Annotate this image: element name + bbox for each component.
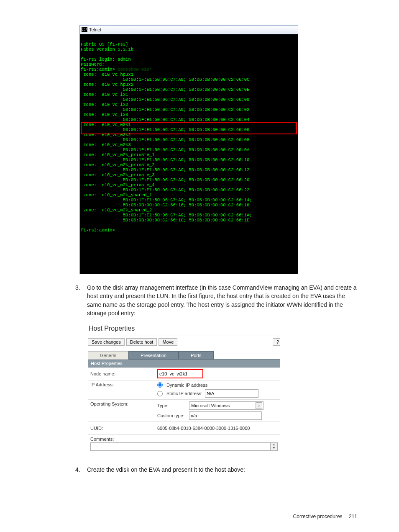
row-comments: Comments: ▲▼ [88, 435, 280, 452]
telnet-titlebar: C:\ Telnet [80, 26, 298, 34]
save-changes-button[interactable]: Save changes [88, 338, 125, 346]
os-label: Operating System: [90, 401, 157, 406]
host-properties-tabs: General Presentation Ports [88, 351, 280, 359]
move-button[interactable]: Move [159, 338, 177, 346]
step-3-number: 3. [75, 283, 80, 292]
footer-page-number: 211 [349, 514, 357, 519]
telnet-title: Telnet [89, 27, 101, 32]
host-properties-panel: Host Properties Save changes Delete host… [88, 325, 280, 456]
host-properties-toolbar: Save changes Delete host Move ? [88, 336, 280, 348]
ip-dynamic-radio[interactable] [157, 382, 163, 388]
tab-presentation[interactable]: Presentation [128, 351, 179, 360]
row-operating-system: Operating System: Type: Microsoft Window… [88, 400, 280, 422]
step-4: 4. Create the vdisk on the EVA and prese… [75, 465, 357, 474]
ip-static-input[interactable] [205, 389, 258, 398]
os-type-select[interactable]: Microsoft Windows ⌄ [189, 401, 263, 410]
ip-address-label: IP Address: [90, 382, 157, 387]
os-custom-input[interactable] [189, 411, 262, 420]
footer-section: Corrective procedures [293, 514, 343, 519]
uuid-value: 6005-08b4-0010-6384-0000-3000-1316-0000 [157, 426, 278, 431]
comments-label: Comments: [90, 437, 278, 442]
uuid-label: UUID: [90, 426, 157, 431]
host-properties-title: Host Properties [89, 325, 280, 332]
comments-field[interactable]: ▲▼ [90, 442, 278, 451]
ip-static-label: Static IP address: [166, 391, 202, 396]
row-ip-address: IP Address: Dynamic IP address Static IP… [88, 380, 280, 400]
os-type-value: Microsoft Windows [191, 403, 230, 408]
cmd-icon: C:\ [82, 27, 87, 32]
ip-static-radio[interactable] [157, 391, 163, 396]
tab-general[interactable]: General [88, 351, 128, 360]
step-4-number: 4. [75, 465, 80, 474]
telnet-window: C:\ Telnet Fabric OS (f1-rs3) Fabos Vers… [79, 25, 298, 274]
host-properties-section-header: Host Properties [88, 359, 280, 368]
telnet-body: Fabric OS (f1-rs3) Fabos Version 5.3.1b … [80, 34, 298, 274]
os-type-label: Type: [157, 403, 187, 408]
node-name-input[interactable] [157, 369, 203, 378]
step-3: 3. Go to the disk array management inter… [75, 283, 357, 317]
comments-scrollbar[interactable]: ▲▼ [270, 443, 277, 450]
chevron-down-icon: ⌄ [256, 402, 262, 409]
row-node-name: Node name: [88, 368, 280, 380]
tab-ports[interactable]: Ports [179, 351, 214, 360]
node-name-label: Node name: [90, 371, 157, 376]
ip-dynamic-label: Dynamic IP address [166, 383, 207, 388]
help-button[interactable]: ? [273, 338, 280, 346]
row-uuid: UUID: 6005-08b4-0010-6384-0000-3000-1316… [88, 422, 280, 435]
delete-host-button[interactable]: Delete host [126, 338, 157, 346]
os-custom-label: Custom type: [157, 413, 187, 418]
page-footer: Corrective procedures 211 [293, 514, 357, 519]
step-4-text: Create the vdisk on the EVA and present … [87, 466, 245, 473]
telnet-highlight-box [81, 122, 297, 134]
step-3-text: Go to the disk array management interfac… [87, 284, 357, 316]
